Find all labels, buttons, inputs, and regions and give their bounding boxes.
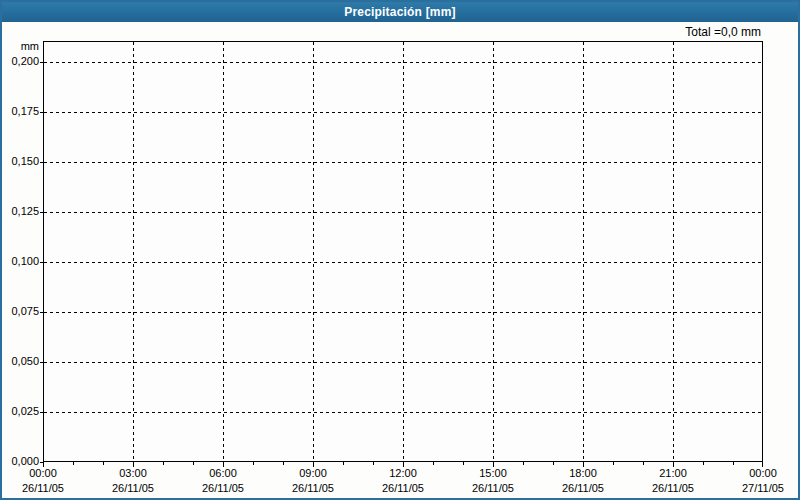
plot-area <box>43 41 763 462</box>
y-axis-tick-label: 0,100 <box>2 255 39 268</box>
x-axis-tick-label: 21:0026/11/05 <box>638 466 708 496</box>
y-axis-tick-label: 0,125 <box>2 205 39 218</box>
x-tick-date: 26/11/05 <box>368 481 438 496</box>
x-tick-date: 26/11/05 <box>98 481 168 496</box>
x-tick-time: 00:00 <box>728 466 798 481</box>
x-tick-date: 26/11/05 <box>458 481 528 496</box>
x-axis-tick-label: 00:0026/11/05 <box>8 466 78 496</box>
x-tick-date: 27/11/05 <box>728 481 798 496</box>
x-axis-tick-label: 00:0027/11/05 <box>728 466 798 496</box>
x-tick-date: 26/11/05 <box>278 481 348 496</box>
x-tick-time: 06:00 <box>188 466 258 481</box>
x-tick-time: 12:00 <box>368 466 438 481</box>
y-axis-unit-label: mm <box>2 40 39 53</box>
x-tick-time: 00:00 <box>8 466 78 481</box>
chart-window: Precipitación [mm] Total =0,0 mm 0,2000,… <box>0 0 800 500</box>
x-axis-tick-label: 06:0026/11/05 <box>188 466 258 496</box>
x-axis-tick-label: 09:0026/11/05 <box>278 466 348 496</box>
x-tick-time: 09:00 <box>278 466 348 481</box>
x-tick-date: 26/11/05 <box>638 481 708 496</box>
x-tick-time: 03:00 <box>98 466 168 481</box>
x-tick-time: 21:00 <box>638 466 708 481</box>
x-axis-tick-label: 03:0026/11/05 <box>98 466 168 496</box>
x-axis-tick-label: 15:0026/11/05 <box>458 466 528 496</box>
y-axis-tick-label: 0,025 <box>2 405 39 418</box>
chart-canvas <box>43 41 763 462</box>
x-tick-time: 18:00 <box>548 466 618 481</box>
x-tick-date: 26/11/05 <box>188 481 258 496</box>
total-annotation: Total =0,0 mm <box>685 25 761 39</box>
x-axis-tick-label: 12:0026/11/05 <box>368 466 438 496</box>
y-axis-tick-label: 0,050 <box>2 355 39 368</box>
y-axis-tick-label: 0,175 <box>2 105 39 118</box>
x-tick-date: 26/11/05 <box>8 481 78 496</box>
y-axis-tick-label: 0,200 <box>2 55 39 68</box>
y-axis-tick-label: 0,075 <box>2 305 39 318</box>
y-axis-tick-label: 0,150 <box>2 155 39 168</box>
x-axis-tick-label: 18:0026/11/05 <box>548 466 618 496</box>
x-tick-date: 26/11/05 <box>548 481 618 496</box>
x-tick-time: 15:00 <box>458 466 528 481</box>
chart-title-bar: Precipitación [mm] <box>2 2 798 22</box>
